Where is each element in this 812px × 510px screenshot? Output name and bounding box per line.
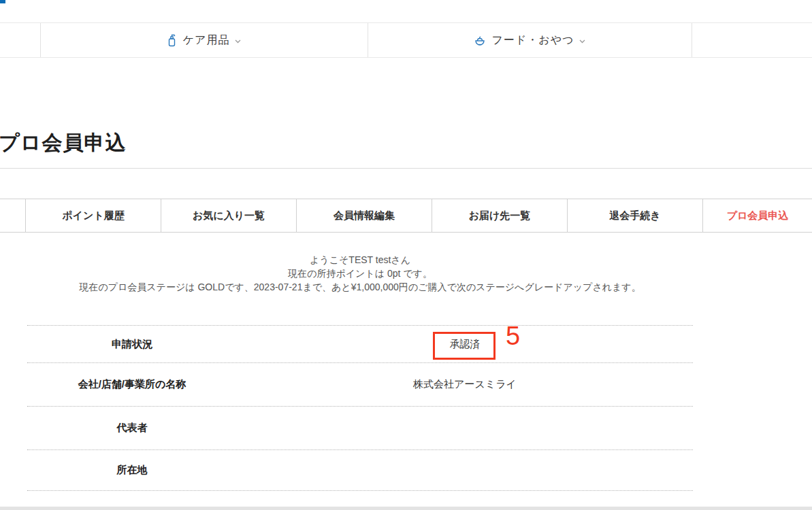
section-divider	[0, 168, 812, 169]
food-bowl-icon	[474, 35, 485, 46]
pro-member-table: 申請状況 承認済 会社/店舗/事業所の名称 株式会社アースミライ 代表者 所在地	[27, 325, 693, 491]
row-value-company: 株式会社アースミライ	[237, 363, 693, 406]
tab-member-info-edit[interactable]: 会員情報編集	[297, 199, 432, 232]
nav-item-label: ケア用品	[183, 33, 230, 48]
annotation-number: 5	[506, 322, 520, 350]
row-label: 申請状況	[27, 326, 237, 362]
page-root: ケア用品 フード・おやつ プロ会員申込 ポイント履歴	[0, 0, 812, 510]
category-nav: ケア用品 フード・おやつ	[0, 22, 812, 58]
footer-divider	[0, 507, 812, 510]
nav-spacer-left	[0, 23, 41, 57]
annotation-box-5	[433, 332, 496, 360]
account-tab-bar: ポイント履歴 お気に入り一覧 会員情報編集 お届け先一覧 退会手続き プロ会員申…	[0, 199, 812, 233]
welcome-message: ようこそTEST testさん	[27, 253, 693, 267]
chevron-down-icon	[235, 39, 241, 44]
chevron-down-icon	[579, 39, 585, 44]
top-left-marker	[0, 0, 5, 3]
welcome-block: ようこそTEST testさん 現在の所持ポイントは 0pt です。 現在のプロ…	[27, 253, 693, 294]
stage-message: 現在のプロ会員ステージは GOLDです、2023-07-21まで、あと¥1,00…	[27, 280, 693, 294]
row-value-representative	[237, 407, 693, 449]
nav-item-label: フード・おやつ	[492, 33, 574, 48]
points-message: 現在の所持ポイントは 0pt です。	[27, 267, 693, 280]
tab-pro-membership[interactable]: プロ会員申込	[703, 199, 812, 232]
page-title: プロ会員申込	[0, 129, 126, 157]
tab-favorites[interactable]: お気に入り一覧	[161, 199, 297, 232]
table-row: 所在地	[27, 449, 693, 491]
table-row: 代表者	[27, 406, 693, 449]
row-label: 会社/店舗/事業所の名称	[27, 363, 237, 406]
row-label: 代表者	[27, 407, 237, 449]
row-value-location	[237, 450, 693, 490]
tab-withdrawal[interactable]: 退会手続き	[568, 199, 703, 232]
table-row: 申請状況 承認済	[27, 325, 693, 362]
nav-item-food-snacks[interactable]: フード・おやつ	[368, 23, 692, 57]
spray-bottle-icon	[167, 34, 176, 47]
nav-item-care-goods[interactable]: ケア用品	[41, 23, 368, 57]
nav-spacer-right	[692, 23, 812, 57]
table-row: 会社/店舗/事業所の名称 株式会社アースミライ	[27, 362, 693, 406]
tab-delivery-addresses[interactable]: お届け先一覧	[432, 199, 568, 232]
tab-point-history[interactable]: ポイント履歴	[26, 199, 161, 232]
row-label: 所在地	[27, 450, 237, 490]
tab-spacer	[0, 199, 26, 232]
